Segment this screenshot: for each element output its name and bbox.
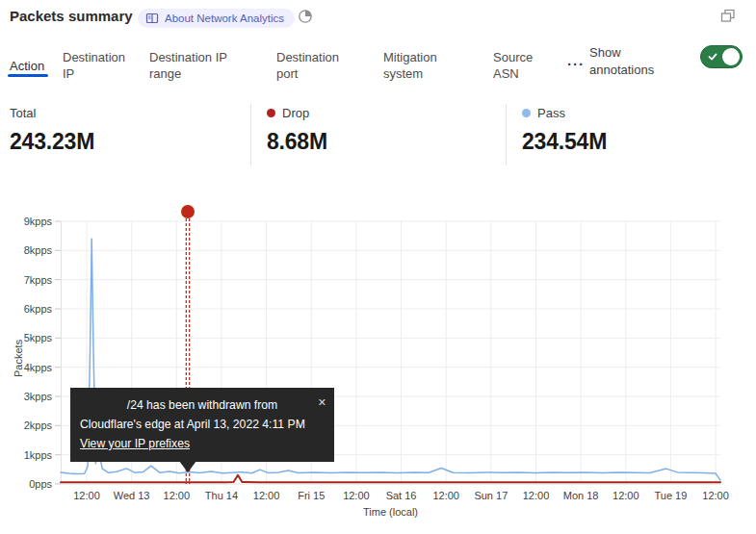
time-range-icon[interactable] bbox=[298, 9, 313, 24]
stat-total: Total 243.23M bbox=[10, 106, 94, 155]
y-tick-label: 2kpps bbox=[24, 420, 53, 431]
stat-drop: Drop 8.68M bbox=[267, 106, 327, 155]
tab-action[interactable]: Action bbox=[10, 44, 44, 87]
x-tick-label: 12:00 bbox=[343, 490, 370, 501]
x-tick-label: 12:00 bbox=[432, 490, 459, 501]
stats-divider bbox=[250, 104, 251, 165]
x-tick-label: 12:00 bbox=[73, 490, 100, 501]
tooltip-message-line1: /24 has been withdrawn from bbox=[80, 395, 325, 415]
y-tick-label: 3kpps bbox=[24, 391, 53, 402]
x-tick-label: 12:00 bbox=[253, 490, 280, 501]
tab-destination-port[interactable]: Destination port bbox=[276, 44, 353, 87]
stat-total-label: Total bbox=[10, 106, 36, 120]
toggle-knob bbox=[722, 48, 740, 65]
x-axis-title: Time (local) bbox=[363, 506, 418, 518]
stat-drop-value: 8.68M bbox=[267, 129, 327, 155]
y-tick-label: 4kpps bbox=[24, 362, 53, 373]
tab-mitigation-system[interactable]: Mitigation system bbox=[383, 44, 456, 87]
y-tick-label: 9kpps bbox=[24, 216, 53, 227]
stat-total-value: 243.23M bbox=[10, 129, 94, 155]
pass-legend-dot bbox=[522, 109, 531, 117]
drop-legend-dot bbox=[267, 109, 275, 117]
series-line-drop[interactable] bbox=[61, 475, 720, 482]
tooltip-caret bbox=[179, 461, 196, 472]
restore-window-icon[interactable] bbox=[720, 9, 736, 23]
stat-drop-label: Drop bbox=[282, 106, 309, 120]
show-annotations-toggle[interactable] bbox=[700, 45, 743, 68]
check-icon bbox=[707, 51, 718, 63]
tab-destination-ip-range[interactable]: Destination IP range bbox=[149, 44, 241, 87]
active-tab-underline bbox=[8, 74, 48, 77]
about-badge-label: About Network Analytics bbox=[165, 13, 284, 24]
y-tick-label: 6kpps bbox=[24, 303, 53, 315]
x-tick-label: Wed 13 bbox=[114, 490, 150, 501]
page-title: Packets summary bbox=[10, 8, 133, 24]
stat-pass-value: 234.54M bbox=[522, 129, 607, 155]
about-network-analytics-badge[interactable]: About Network Analytics bbox=[138, 9, 295, 28]
stat-pass: Pass 234.54M bbox=[522, 106, 607, 155]
x-tick-label: Thu 14 bbox=[205, 490, 238, 501]
x-tick-label: Sun 17 bbox=[474, 490, 508, 501]
more-tabs-button[interactable]: ··· bbox=[567, 44, 585, 83]
x-tick-label: Mon 18 bbox=[563, 490, 599, 501]
x-tick-label: 12:00 bbox=[613, 490, 639, 501]
x-tick-label: 12:00 bbox=[164, 490, 191, 501]
tab-source-asn[interactable]: Source ASN bbox=[493, 44, 543, 87]
x-tick-label: Sat 16 bbox=[386, 490, 417, 501]
packets-chart[interactable]: 9kpps8kpps7kpps6kpps5kpps4kpps3kpps2kpps… bbox=[0, 197, 756, 534]
annotation-tooltip: ✕ /24 has been withdrawn from Cloudflare… bbox=[70, 388, 334, 462]
view-ip-prefixes-link[interactable]: View your IP prefixes bbox=[80, 434, 190, 453]
x-tick-label: Fri 15 bbox=[298, 490, 325, 501]
tab-destination-ip[interactable]: Destination IP bbox=[63, 44, 132, 87]
annotation-dot[interactable] bbox=[181, 205, 195, 218]
y-tick-label: 0pps bbox=[29, 478, 52, 490]
y-tick-label: 5kpps bbox=[24, 332, 53, 343]
x-tick-label: Tue 19 bbox=[655, 490, 688, 501]
stat-pass-label: Pass bbox=[537, 106, 565, 120]
x-tick-label: 12:00 bbox=[702, 490, 729, 501]
y-tick-label: 1kpps bbox=[24, 449, 53, 461]
x-tick-label: 12:00 bbox=[523, 490, 550, 501]
book-icon bbox=[145, 13, 159, 24]
stats-divider bbox=[506, 104, 507, 165]
y-tick-label: 8kpps bbox=[24, 244, 53, 256]
tooltip-message-line2: Cloudflare's edge at April 13, 2022 4:11… bbox=[80, 415, 325, 434]
y-tick-label: 7kpps bbox=[24, 274, 53, 286]
show-annotations-label: Show annotations bbox=[589, 44, 665, 79]
tooltip-close-icon[interactable]: ✕ bbox=[318, 393, 326, 412]
